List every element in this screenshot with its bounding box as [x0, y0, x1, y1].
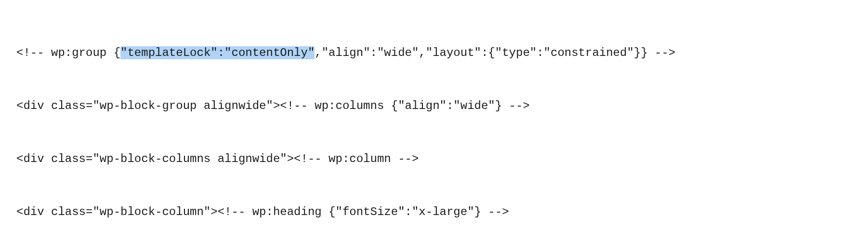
code-line-3: <div class="wp-block-columns alignwide">…: [16, 153, 852, 165]
code-highlight: "templateLock":"contentOnly": [120, 46, 315, 59]
code-line-1: <!-- wp:group {"templateLock":"contentOn…: [16, 47, 852, 59]
code-line-4: <div class="wp-block-column"><!-- wp:hea…: [16, 206, 852, 218]
code-line-2: <div class="wp-block-group alignwide"><!…: [16, 100, 852, 112]
code-text: ,"align":"wide","layout":{"type":"constr…: [315, 46, 675, 59]
code-block: <!-- wp:group {"templateLock":"contentOn…: [16, 24, 852, 243]
code-text: <!-- wp:group {: [16, 46, 120, 59]
